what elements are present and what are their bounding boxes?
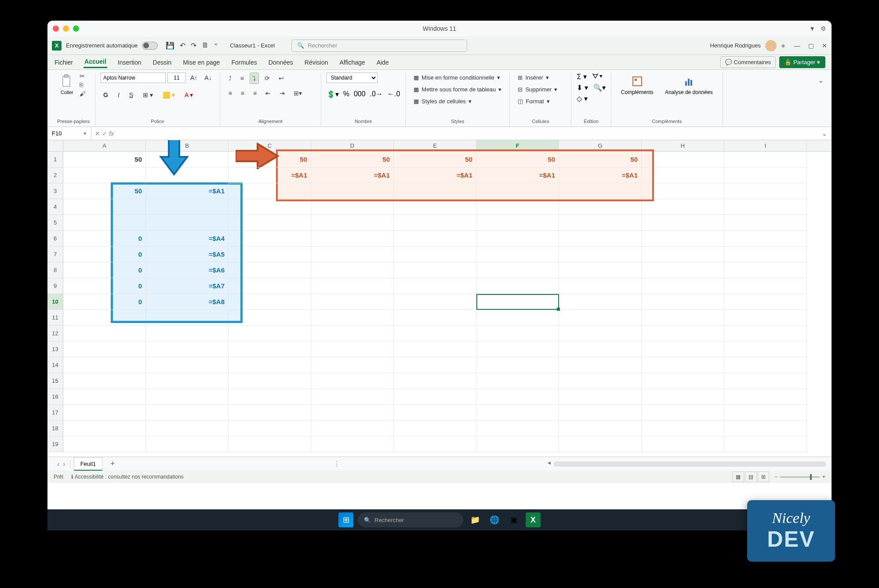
next-sheet-icon[interactable]: › xyxy=(63,460,65,468)
align-middle-icon[interactable]: ≡ xyxy=(237,73,247,84)
tab-draw[interactable]: Dessin xyxy=(152,57,173,68)
borders-icon[interactable]: ⊞ ▾ xyxy=(140,90,156,100)
cell[interactable] xyxy=(229,357,311,373)
cell[interactable] xyxy=(311,405,394,421)
cell[interactable]: =$A7 xyxy=(146,278,229,294)
cell[interactable] xyxy=(394,183,476,199)
cancel-formula-icon[interactable]: ✕ xyxy=(95,130,100,137)
cell[interactable] xyxy=(311,231,394,247)
document-title[interactable]: Classeur1 - Excel xyxy=(230,42,275,49)
avatar[interactable] xyxy=(765,40,777,51)
cell[interactable] xyxy=(394,199,476,215)
format-table-button[interactable]: ▦ Mettre sous forme de tableau ▾ xyxy=(411,84,504,94)
cell[interactable] xyxy=(146,436,229,452)
cell[interactable] xyxy=(724,436,807,452)
comma-icon[interactable]: 000 xyxy=(354,90,366,98)
number-format-select[interactable]: Standard xyxy=(327,73,378,83)
cell[interactable] xyxy=(476,326,559,341)
autosum-icon[interactable]: Σ ▾ xyxy=(577,73,586,81)
cell[interactable] xyxy=(229,294,311,310)
cell[interactable]: =$A6 xyxy=(146,262,229,278)
sheet-tab[interactable]: Feuil1 xyxy=(74,457,102,471)
conditional-format-button[interactable]: ▦ Mise en forme conditionnelle ▾ xyxy=(411,73,504,83)
cell[interactable] xyxy=(63,405,146,421)
cell[interactable] xyxy=(394,278,476,294)
cell[interactable]: 50 xyxy=(311,152,394,167)
close-icon[interactable] xyxy=(53,25,59,32)
cell[interactable] xyxy=(229,310,311,326)
cell[interactable] xyxy=(559,357,642,373)
row-header[interactable]: 10 xyxy=(47,294,63,310)
cell[interactable] xyxy=(311,310,394,326)
cell[interactable] xyxy=(642,199,724,215)
select-all-corner[interactable] xyxy=(47,140,63,152)
cell[interactable] xyxy=(642,278,724,294)
wrap-text-icon[interactable]: ↩ xyxy=(276,73,287,84)
cell[interactable] xyxy=(642,231,724,247)
excel-icon[interactable]: X xyxy=(52,41,62,51)
row-header[interactable]: 16 xyxy=(47,389,63,405)
cell[interactable] xyxy=(476,405,559,421)
cell[interactable] xyxy=(146,357,229,373)
redo-icon[interactable]: ↷ xyxy=(191,41,196,50)
cell[interactable] xyxy=(642,405,724,421)
horizontal-scrollbar[interactable] xyxy=(554,461,826,467)
cell[interactable] xyxy=(476,247,559,262)
user-name[interactable]: Henrique Rodrigues xyxy=(710,42,761,49)
cell[interactable] xyxy=(476,421,559,436)
row-header[interactable]: 2 xyxy=(47,167,63,183)
decimal-inc-icon[interactable]: .0→ xyxy=(370,90,383,98)
row-header[interactable]: 6 xyxy=(47,231,63,247)
orientation-icon[interactable]: ⟳ xyxy=(262,73,273,84)
cell[interactable] xyxy=(476,215,559,231)
cell[interactable]: =$A8 xyxy=(146,294,229,310)
cell[interactable] xyxy=(559,199,642,215)
cell[interactable] xyxy=(63,421,146,436)
cell[interactable] xyxy=(394,436,476,452)
cell[interactable] xyxy=(642,357,724,373)
cell[interactable] xyxy=(476,436,559,452)
cell[interactable] xyxy=(63,373,146,389)
cell[interactable] xyxy=(146,310,229,326)
page-break-icon[interactable]: ⊞ xyxy=(758,472,769,482)
cell[interactable] xyxy=(642,152,724,167)
cell[interactable] xyxy=(559,247,642,262)
cell[interactable] xyxy=(63,326,146,341)
cell[interactable] xyxy=(229,373,311,389)
cell[interactable] xyxy=(642,247,724,262)
cell[interactable] xyxy=(229,199,311,215)
cell[interactable] xyxy=(476,341,559,357)
enter-formula-icon[interactable]: ✓ xyxy=(102,130,107,137)
cell[interactable] xyxy=(394,341,476,357)
align-top-icon[interactable]: ⤴ xyxy=(225,73,235,84)
cell[interactable] xyxy=(311,247,394,262)
cell[interactable] xyxy=(724,262,807,278)
cell[interactable] xyxy=(394,389,476,405)
percent-icon[interactable]: % xyxy=(343,90,349,98)
tab-formulas[interactable]: Formules xyxy=(230,57,258,68)
font-name-input[interactable] xyxy=(101,73,166,83)
row-header[interactable]: 17 xyxy=(47,405,63,421)
autosave-toggle[interactable] xyxy=(142,42,158,50)
cell[interactable] xyxy=(642,262,724,278)
spreadsheet-grid[interactable]: ABCDEFGHI 12345678910111213141516171819 … xyxy=(47,140,832,457)
cell-styles-button[interactable]: ▦ Styles de cellules ▾ xyxy=(411,96,504,106)
cell[interactable]: =$A4 xyxy=(146,231,229,247)
start-button[interactable]: ⊞ xyxy=(338,512,353,527)
cell[interactable]: 50 xyxy=(394,152,476,167)
cell[interactable] xyxy=(394,326,476,341)
cell[interactable] xyxy=(559,405,642,421)
cell[interactable] xyxy=(476,389,559,405)
merge-icon[interactable]: ⊞▾ xyxy=(291,87,305,99)
tab-data[interactable]: Données xyxy=(268,57,294,68)
cell[interactable] xyxy=(724,231,807,247)
cell[interactable] xyxy=(724,183,807,199)
cell[interactable] xyxy=(559,421,642,436)
cell[interactable] xyxy=(724,294,807,310)
cell[interactable] xyxy=(724,199,807,215)
cell[interactable]: =$A1 xyxy=(229,167,311,183)
add-sheet-icon[interactable]: + xyxy=(106,457,120,470)
cell[interactable] xyxy=(146,421,229,436)
cell[interactable] xyxy=(724,357,807,373)
cell[interactable]: 0 xyxy=(63,231,146,247)
